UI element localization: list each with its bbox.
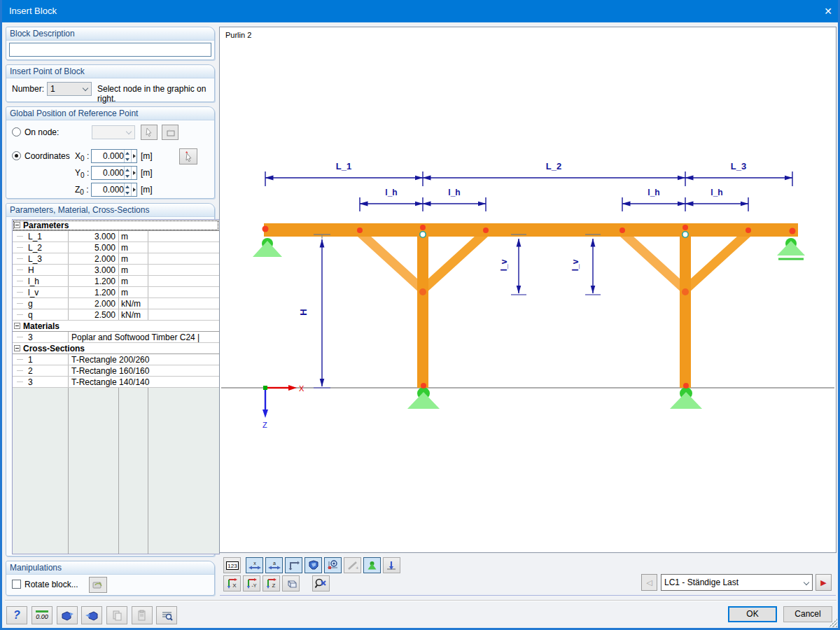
param-value[interactable]: 5.000	[69, 242, 119, 253]
toolbar-button-new-member[interactable]: +	[344, 557, 361, 573]
toolbar-button-show-supports[interactable]	[363, 557, 381, 573]
param-value[interactable]: 1.200	[69, 276, 119, 286]
toolbar-button-cancel-zoom[interactable]	[312, 575, 330, 592]
load-block-button[interactable]	[81, 606, 102, 624]
section-parameters: Parameters, Material, Cross-Sections Par…	[6, 203, 215, 556]
save-block-button[interactable]	[57, 606, 78, 624]
z-axis-label: Z	[262, 421, 267, 429]
ok-button[interactable]: OK	[728, 606, 777, 622]
nodes[interactable]	[262, 225, 796, 388]
cross-section-desc[interactable]: T-Rectangle 160/160	[69, 365, 219, 376]
title-bar[interactable]: Insert Block ✕	[0, 0, 840, 22]
collapse-icon[interactable]	[14, 323, 20, 329]
toolbar-separator	[220, 595, 836, 596]
collapse-icon[interactable]	[14, 345, 20, 351]
param-name[interactable]: L_2	[27, 242, 69, 253]
section-title: Manipulations	[6, 561, 214, 575]
rotate-block-checkbox[interactable]	[12, 580, 21, 589]
toolbar-button-render-solid[interactable]	[304, 557, 322, 573]
rotate-icon	[92, 580, 104, 589]
z0-spinner[interactable]	[124, 183, 130, 196]
param-value[interactable]: 3.000	[69, 231, 119, 241]
node	[620, 227, 625, 233]
find-button[interactable]	[156, 606, 177, 624]
toolbar-button-isometric-view[interactable]	[282, 575, 300, 592]
group-row-materials[interactable]: Materials	[13, 321, 219, 332]
y0-spinbox[interactable]: 0.000	[91, 166, 137, 180]
svg-text:123: 123	[227, 563, 237, 569]
number-combo[interactable]: 1	[47, 82, 92, 96]
param-value[interactable]: 1.200	[69, 287, 119, 298]
param-name[interactable]: l_h	[27, 276, 69, 286]
decimal-places-button[interactable]: 0.00	[31, 606, 52, 624]
new-node-button[interactable]	[162, 125, 178, 140]
graphics-area[interactable]: Purlin 2 L_1 L_2 L_3	[219, 27, 836, 553]
support-cone	[407, 392, 440, 409]
cross-section-desc[interactable]: T-Rectangle 200/260	[69, 354, 219, 365]
param-value[interactable]: 2.000	[69, 253, 119, 264]
pick-coordinates-button[interactable]	[179, 148, 197, 164]
toolbar-button-view-z[interactable]: Z	[262, 575, 280, 592]
group-row-parameters[interactable]: Parameters	[13, 220, 219, 231]
on-node-radio[interactable]	[12, 127, 21, 136]
guide-lines-icon	[288, 561, 300, 570]
z0-spinbox[interactable]: 0.000	[91, 183, 137, 197]
toolbar-button-view-settings[interactable]	[324, 557, 342, 573]
toolbar-button-view-x[interactable]: X	[223, 575, 241, 592]
toolbar-button-view-minus-y[interactable]: -Y	[243, 575, 260, 592]
param-name[interactable]: H	[27, 265, 69, 275]
close-icon[interactable]: ✕	[821, 4, 835, 18]
x0-spinner[interactable]	[124, 150, 130, 162]
load-case-combo[interactable]: LC1 - Ständige Last	[661, 574, 813, 591]
frame-members[interactable]	[264, 223, 798, 388]
paste-parameters-button[interactable]	[132, 606, 153, 624]
cross-section-id[interactable]: 2	[27, 365, 69, 376]
param-value[interactable]: 3.000	[69, 265, 119, 275]
param-value[interactable]: 2.000	[69, 298, 119, 309]
y0-spinner[interactable]	[124, 167, 130, 179]
view-minus-y-icon: -Y	[246, 578, 258, 589]
material-desc[interactable]: Poplar and Softwood Timber C24 | DIN EN	[69, 332, 219, 342]
param-value[interactable]: 2.500	[69, 309, 119, 320]
copy-parameters-button[interactable]	[106, 606, 127, 624]
toolbar-button-show-loads[interactable]	[383, 557, 400, 573]
cross-section-desc[interactable]: T-Rectangle 140/140	[69, 377, 219, 387]
next-load-case-button[interactable]: ▶	[816, 574, 832, 591]
block-description-input[interactable]	[9, 43, 211, 57]
help-button[interactable]: ?	[6, 606, 27, 624]
y0-expand[interactable]	[131, 167, 136, 179]
previous-load-case-button[interactable]: ◁	[641, 574, 657, 591]
toolbar-button-guide-lines[interactable]	[285, 557, 302, 573]
svg-text:a: a	[273, 561, 276, 566]
cancel-button[interactable]: Cancel	[783, 606, 832, 622]
dim-label-L2: L_2	[546, 161, 561, 172]
toolbar-button-dimension-x[interactable]: x	[246, 557, 263, 573]
right-arrow-icon: ▶	[820, 578, 826, 587]
param-name[interactable]: q	[27, 309, 69, 320]
z0-unit: [m]	[141, 185, 153, 195]
parameters-table[interactable]: Parameters L_13.000m L_25.000m L_32.000m…	[12, 219, 220, 554]
support-cone	[777, 241, 805, 255]
collapse-icon[interactable]	[14, 222, 20, 228]
material-id[interactable]: 3	[27, 332, 69, 342]
pick-node-button[interactable]	[141, 125, 158, 140]
section-title: Block Description	[6, 27, 214, 41]
toolbar-button-dimension-a[interactable]: a	[265, 557, 283, 573]
param-name[interactable]: L_3	[27, 253, 69, 264]
toolbar-button-numbering[interactable]: 123	[223, 557, 241, 573]
param-name[interactable]: L_1	[27, 231, 69, 241]
table-row: L_13.000m	[13, 231, 219, 242]
x0-expand[interactable]	[131, 150, 136, 162]
svg-text:Z: Z	[272, 582, 275, 589]
z0-expand[interactable]	[131, 183, 136, 196]
param-name[interactable]: l_v	[27, 287, 69, 298]
rotate-settings-button[interactable]	[89, 577, 107, 593]
on-node-combo[interactable]	[92, 125, 135, 139]
param-name[interactable]: g	[27, 298, 69, 309]
resize-grip[interactable]	[829, 619, 837, 627]
coordinates-radio[interactable]	[12, 151, 21, 160]
x0-spinbox[interactable]: 0.000	[91, 149, 137, 163]
cross-section-id[interactable]: 1	[27, 354, 69, 365]
cross-section-id[interactable]: 3	[27, 377, 69, 387]
group-row-cross-sections[interactable]: Cross-Sections	[13, 343, 219, 354]
